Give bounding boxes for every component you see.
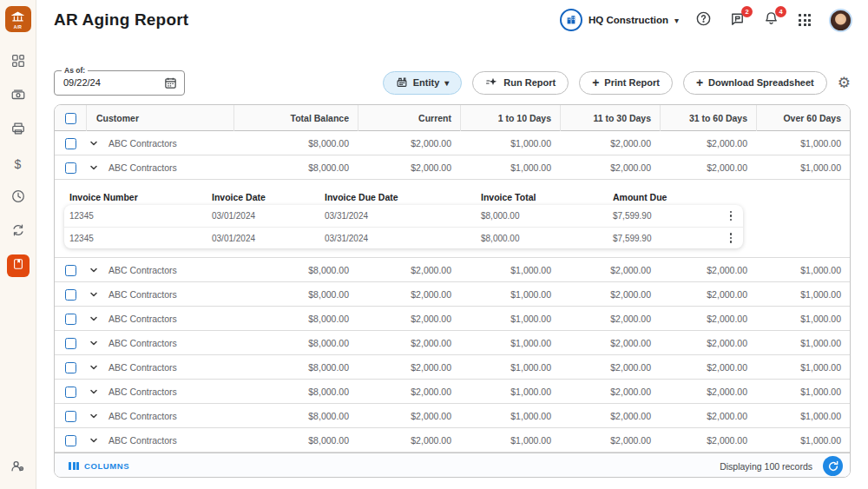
invoice-due-date-header: Invoice Due Date bbox=[325, 192, 481, 202]
customer-name: ABC Contractors bbox=[108, 362, 177, 373]
column-header-1-10[interactable]: 1 to 10 Days bbox=[460, 105, 560, 131]
sidebar-item-dashboard[interactable] bbox=[7, 51, 30, 74]
table-row[interactable]: ABC Contractors $8,000.00 $2,000.00 $1,0… bbox=[55, 307, 850, 331]
expand-chevron-icon[interactable] bbox=[89, 363, 98, 372]
print-report-button[interactable]: + Print Report bbox=[579, 71, 673, 95]
logo-label: A/R bbox=[14, 24, 23, 30]
row-checkbox[interactable] bbox=[65, 362, 76, 373]
entity-building-icon bbox=[396, 76, 408, 89]
plus-icon: + bbox=[696, 76, 703, 89]
row-checkbox[interactable] bbox=[65, 387, 76, 398]
app-logo[interactable]: A/R bbox=[5, 6, 31, 32]
days-1-10-cell: $1,000.00 bbox=[460, 282, 560, 307]
row-checkbox[interactable] bbox=[65, 265, 76, 276]
row-checkbox[interactable] bbox=[65, 138, 76, 149]
sidebar-item-admin[interactable] bbox=[7, 456, 30, 479]
invoice-row[interactable]: 12345 03/01/2024 03/31/2024 $8,000.00 $7… bbox=[64, 227, 743, 248]
calendar-icon[interactable] bbox=[164, 76, 177, 89]
current-cell: $2,000.00 bbox=[358, 355, 460, 380]
over-60-cell: $1,000.00 bbox=[756, 428, 850, 453]
customer-cell: ABC Contractors bbox=[86, 331, 233, 355]
row-checkbox[interactable] bbox=[65, 338, 76, 349]
invoice-row[interactable]: 12345 03/01/2024 03/31/2024 $8,000.00 $7… bbox=[64, 205, 743, 227]
table-row[interactable]: ABC Contractors $8,000.00 $2,000.00 $1,0… bbox=[55, 404, 850, 428]
expand-chevron-icon[interactable] bbox=[89, 163, 98, 172]
columns-button[interactable]: COLUMNS bbox=[69, 461, 129, 471]
as-of-input[interactable] bbox=[55, 77, 141, 88]
customer-name: ABC Contractors bbox=[108, 314, 177, 324]
expand-chevron-icon[interactable] bbox=[89, 339, 98, 347]
table-row[interactable]: ABC Contractors $8,000.00 $2,000.00 $1,0… bbox=[55, 355, 850, 380]
sidebar-item-billing[interactable]: $ bbox=[7, 153, 30, 175]
column-header-current[interactable]: Current bbox=[358, 105, 460, 131]
customer-cell: ABC Contractors bbox=[86, 258, 233, 282]
invoice-date: 03/01/2024 bbox=[212, 234, 325, 243]
days-31-60-cell: $2,000.00 bbox=[660, 282, 756, 307]
company-selector[interactable]: HQ Construction ▾ bbox=[560, 9, 679, 31]
column-header-customer[interactable]: Customer bbox=[86, 105, 233, 131]
expand-chevron-icon[interactable] bbox=[89, 139, 98, 148]
row-checkbox-cell bbox=[55, 355, 86, 380]
table-row[interactable]: ABC Contractors $8,000.00 $2,000.00 $1,0… bbox=[55, 258, 850, 282]
row-checkbox[interactable] bbox=[65, 411, 76, 422]
table-row[interactable]: ABC Contractors $8,000.00 $2,000.00 $1,0… bbox=[55, 131, 850, 155]
table-row[interactable]: ABC Contractors $8,000.00 $2,000.00 $1,0… bbox=[55, 282, 850, 307]
days-1-10-cell: $1,000.00 bbox=[460, 380, 560, 404]
notifications-button[interactable]: 4 bbox=[761, 10, 780, 30]
invoice-total-header: Invoice Total bbox=[481, 192, 613, 202]
expand-chevron-icon[interactable] bbox=[89, 290, 98, 299]
table-row[interactable]: ABC Contractors $8,000.00 $2,000.00 $1,0… bbox=[55, 380, 850, 404]
days-31-60-cell: $2,000.00 bbox=[660, 131, 756, 155]
invoice-date-header: Invoice Date bbox=[212, 192, 325, 202]
table-row[interactable]: ABC Contractors $8,000.00 $2,000.00 $1,0… bbox=[55, 331, 850, 355]
over-60-cell: $1,000.00 bbox=[756, 404, 850, 428]
sidebar: A/R $ bbox=[0, 0, 36, 489]
sidebar-item-history[interactable] bbox=[7, 187, 30, 209]
expand-chevron-icon[interactable] bbox=[89, 266, 98, 274]
over-60-cell: $1,000.00 bbox=[756, 380, 850, 404]
as-of-date-field[interactable]: As of: bbox=[54, 70, 185, 96]
footer-right: Displaying 100 records bbox=[720, 456, 843, 476]
table-row[interactable]: ABC Contractors $8,000.00 $2,000.00 $1,0… bbox=[55, 155, 850, 180]
table-row[interactable]: ABC Contractors $8,000.00 $2,000.00 $1,0… bbox=[55, 428, 850, 453]
sidebar-item-print[interactable] bbox=[7, 119, 30, 142]
messages-button[interactable]: 2 bbox=[727, 10, 746, 30]
row-checkbox[interactable] bbox=[65, 289, 76, 301]
column-header-total-balance[interactable]: Total Balance bbox=[233, 105, 358, 131]
column-header-31-60[interactable]: 31 to 60 Days bbox=[660, 105, 756, 131]
expand-chevron-icon[interactable] bbox=[89, 436, 98, 445]
days-31-60-cell: $2,000.00 bbox=[660, 404, 756, 428]
entity-button[interactable]: Entity ▾ bbox=[383, 71, 463, 95]
column-header-11-30[interactable]: 11 to 30 Days bbox=[560, 105, 660, 131]
sidebar-item-sync[interactable] bbox=[7, 221, 30, 243]
help-button[interactable] bbox=[694, 10, 713, 30]
expand-chevron-icon[interactable] bbox=[89, 314, 98, 323]
kebab-icon[interactable] bbox=[719, 233, 743, 243]
select-all-checkbox[interactable] bbox=[65, 113, 76, 124]
apps-menu-button[interactable] bbox=[795, 10, 814, 30]
chevron-down-icon: ▾ bbox=[674, 16, 679, 25]
sidebar-item-payments[interactable] bbox=[7, 85, 30, 108]
row-checkbox-cell bbox=[55, 380, 86, 404]
gear-icon[interactable]: ⚙ bbox=[838, 76, 851, 90]
current-cell: $2,000.00 bbox=[358, 307, 460, 331]
kebab-icon[interactable] bbox=[719, 211, 743, 221]
user-avatar[interactable] bbox=[829, 9, 852, 32]
row-checkbox[interactable] bbox=[65, 314, 76, 325]
customer-cell: ABC Contractors bbox=[86, 155, 233, 180]
expand-chevron-icon[interactable] bbox=[89, 412, 98, 420]
current-cell: $2,000.00 bbox=[358, 428, 460, 453]
topbar: AR Aging Report HQ Construction ▾ 2 4 bbox=[36, 0, 868, 40]
expand-chevron-icon[interactable] bbox=[89, 387, 98, 396]
run-report-button[interactable]: Run Report bbox=[472, 71, 569, 95]
download-spreadsheet-button[interactable]: + Download Spreadsheet bbox=[683, 71, 827, 95]
refresh-button[interactable] bbox=[823, 456, 843, 476]
days-1-10-cell: $1,000.00 bbox=[460, 355, 560, 380]
sidebar-item-ar-journal[interactable] bbox=[7, 254, 30, 277]
row-checkbox[interactable] bbox=[65, 162, 76, 174]
table-header-row: Customer Total Balance Current 1 to 10 D… bbox=[55, 105, 850, 131]
days-31-60-cell: $2,000.00 bbox=[660, 380, 756, 404]
row-checkbox[interactable] bbox=[65, 435, 76, 446]
journal-icon bbox=[11, 257, 25, 274]
column-header-over-60[interactable]: Over 60 Days bbox=[756, 105, 850, 131]
